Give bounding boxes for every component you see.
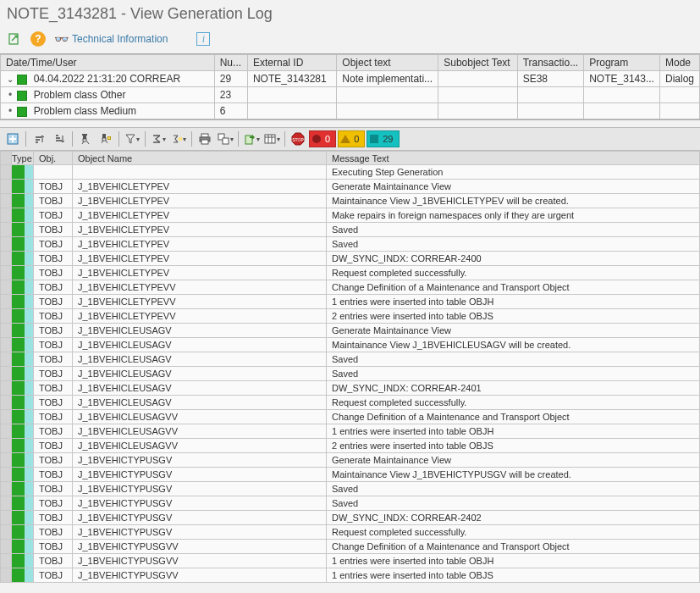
table-row[interactable]: TOBJJ_1BVEHICLEUSAGVVChange Definition o… (1, 410, 700, 424)
row-selector[interactable] (1, 554, 12, 568)
table-row[interactable]: TOBJJ_1BVEHICTYPUSGVRequest completed su… (1, 525, 700, 540)
row-selector[interactable] (1, 511, 12, 525)
table-row[interactable]: TOBJJ_1BVEHICLEUSAGVGenerate Maintainanc… (1, 324, 700, 338)
row-selector[interactable] (1, 396, 12, 410)
row-selector[interactable] (1, 295, 12, 309)
table-row[interactable]: TOBJJ_1BVEHICLEUSAGVRequest completed su… (1, 396, 700, 410)
technical-information-link[interactable]: 👓 Technical Information (54, 32, 168, 46)
table-row[interactable]: TOBJJ_1BVEHICLETYPEVRequest completed su… (1, 266, 700, 280)
table-row[interactable]: TOBJJ_1BVEHICLEUSAGVV1 entries were inse… (1, 424, 700, 439)
row-selector[interactable] (1, 496, 12, 511)
row-selector[interactable] (1, 439, 12, 453)
row-selector[interactable] (1, 280, 12, 295)
row-selector[interactable] (1, 266, 12, 280)
refresh-icon[interactable] (7, 31, 22, 47)
col-datetime[interactable]: Date/Time/User (1, 55, 215, 71)
row-selector[interactable] (1, 165, 12, 180)
col-obj[interactable]: Obj. (34, 152, 73, 165)
sort-desc-button[interactable] (50, 130, 69, 147)
row-selector[interactable] (1, 525, 12, 540)
table-row[interactable]: TOBJJ_1BVEHICLEUSAGVSaved (1, 367, 700, 381)
col-transaction[interactable]: Transactio... (517, 55, 584, 71)
row-selector[interactable] (1, 252, 12, 266)
table-row[interactable]: TOBJJ_1BVEHICTYPUSGVVChange Definition o… (1, 540, 700, 554)
table-row[interactable]: TOBJJ_1BVEHICTYPUSGVDW_SYNC_INDX: CORREA… (1, 511, 700, 525)
row-selector[interactable] (1, 410, 12, 424)
table-row[interactable]: TOBJJ_1BVEHICLETYPEVV1 entries were inse… (1, 295, 700, 309)
row-selector[interactable] (1, 482, 12, 496)
col-subobject[interactable]: Subobject Text (438, 55, 517, 71)
main-toolbar: ? 👓 Technical Information i (0, 28, 700, 54)
col-program[interactable]: Program (584, 55, 660, 71)
row-selector[interactable] (1, 424, 12, 439)
row-selector[interactable] (1, 540, 12, 554)
table-row[interactable]: TOBJJ_1BVEHICLETYPEVVChange Definition o… (1, 280, 700, 295)
status-flag-icon (12, 511, 33, 524)
views-button[interactable]: ▾ (216, 130, 234, 147)
type-cell (12, 511, 34, 525)
col-num[interactable]: Nu... (214, 55, 247, 71)
row-selector[interactable] (1, 338, 12, 352)
table-row[interactable]: TOBJJ_1BVEHICLEUSAGVDW_SYNC_INDX: CORREA… (1, 381, 700, 396)
info-button[interactable]: i (196, 32, 210, 46)
table-row[interactable]: TOBJJ_1BVEHICTYPUSGVV1 entries were inse… (1, 554, 700, 568)
row-selector[interactable] (1, 468, 12, 482)
status-error-badge[interactable]: 0 (309, 130, 336, 147)
table-row[interactable]: TOBJJ_1BVEHICLETYPEVMake repairs in fore… (1, 208, 700, 223)
row-selector[interactable] (1, 324, 12, 338)
print-button[interactable] (196, 130, 214, 147)
details-button[interactable] (3, 130, 22, 147)
col-type[interactable]: Type (12, 152, 34, 165)
status-success-badge[interactable]: 29 (367, 130, 399, 147)
row-selector[interactable] (1, 223, 12, 237)
col-external-id[interactable]: External ID (247, 55, 336, 71)
row-selector[interactable] (1, 568, 12, 583)
find-button[interactable] (76, 130, 95, 147)
table-row[interactable]: Executing Step Generation (1, 165, 700, 180)
row-selector[interactable] (1, 381, 12, 396)
row-selector[interactable] (1, 194, 12, 208)
row-selector[interactable] (1, 367, 12, 381)
col-message-text[interactable]: Message Text (327, 152, 700, 165)
table-row[interactable]: TOBJJ_1BVEHICLEUSAGVMaintainance View J_… (1, 338, 700, 352)
row-selector[interactable] (1, 309, 12, 324)
sort-asc-button[interactable] (30, 130, 48, 147)
filter-button[interactable]: ▾ (123, 130, 141, 147)
table-row[interactable]: TOBJJ_1BVEHICLETYPEVSaved (1, 223, 700, 237)
col-object-name[interactable]: Object Name (73, 152, 327, 165)
row-selector[interactable] (1, 453, 12, 468)
table-row[interactable]: TOBJJ_1BVEHICLETYPEVGenerate Maintainanc… (1, 180, 700, 194)
table-row[interactable]: TOBJJ_1BVEHICLETYPEVMaintainance View J_… (1, 194, 700, 208)
stop-sign-icon[interactable]: STOP (289, 130, 307, 147)
table-row[interactable]: TOBJJ_1BVEHICLETYPEVDW_SYNC_INDX: CORREA… (1, 252, 700, 266)
table-row[interactable]: TOBJJ_1BVEHICTYPUSGVSaved (1, 482, 700, 496)
problem-class-medium-row[interactable]: • Problem class Medium 6 (1, 103, 700, 119)
sum-button[interactable]: ▾ (149, 130, 168, 147)
message-text-cell: 1 entries were inserted into table OBJH (327, 424, 700, 439)
status-warning-badge[interactable]: 0 (338, 130, 365, 147)
problem-class-other-row[interactable]: • Problem class Other 23 (1, 87, 700, 103)
table-row[interactable]: TOBJJ_1BVEHICLETYPEVSaved (1, 237, 700, 252)
export-button[interactable]: ▾ (242, 130, 261, 147)
table-row[interactable]: TOBJJ_1BVEHICLEUSAGVSaved (1, 352, 700, 367)
help-icon[interactable]: ? (30, 31, 46, 47)
col-mode[interactable]: Mode (659, 55, 699, 71)
row-selector[interactable] (1, 352, 12, 367)
obj-cell: TOBJ (34, 252, 73, 266)
table-row[interactable]: TOBJJ_1BVEHICTYPUSGVMaintainance View J_… (1, 468, 700, 482)
row-selector[interactable] (1, 237, 12, 252)
tree-collapse-icon[interactable]: ⌄ (6, 75, 14, 84)
layout-button[interactable]: ▾ (262, 130, 281, 147)
col-object-text[interactable]: Object text (337, 55, 438, 71)
row-selector[interactable] (1, 180, 12, 194)
table-row[interactable]: TOBJJ_1BVEHICTYPUSGVV1 entries were inse… (1, 568, 700, 583)
find-next-button[interactable] (96, 130, 115, 147)
row-selector[interactable] (1, 208, 12, 223)
table-row[interactable]: TOBJJ_1BVEHICLEUSAGVV2 entries were inse… (1, 439, 700, 453)
table-row[interactable]: TOBJJ_1BVEHICLETYPEVV2 entries were inse… (1, 309, 700, 324)
table-row[interactable]: TOBJJ_1BVEHICTYPUSGVGenerate Maintainanc… (1, 453, 700, 468)
select-all[interactable] (1, 152, 12, 165)
log-root-row[interactable]: ⌄ 04.04.2022 21:31:20 CORREAR 29 NOTE_31… (1, 71, 700, 87)
table-row[interactable]: TOBJJ_1BVEHICTYPUSGVSaved (1, 496, 700, 511)
subtotal-button[interactable]: ▾ (169, 130, 188, 147)
